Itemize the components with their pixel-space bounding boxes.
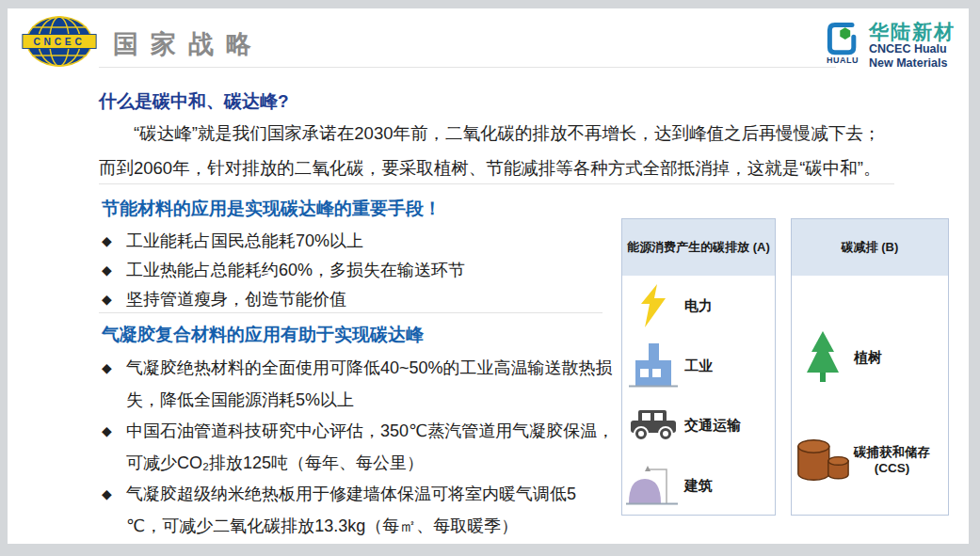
hualu-logo: HUALU 华陆新材 CNCEC Hualu New Materials	[823, 21, 956, 70]
diamond-bullet-icon: ◆	[102, 416, 119, 479]
bullet-text: 气凝胶绝热材料的全面使用可降低40~50%的工业高温输送散热损失，降低全国能源消…	[126, 353, 615, 416]
panel-a-body: 电力 工业	[622, 276, 775, 515]
bullet-text: 坚持管道瘦身，创造节能价值	[126, 285, 615, 314]
panel-b-body: 植树 碳捕获和储存 (CCS)	[792, 276, 948, 515]
list-item: ◆ 工业能耗占国民总能耗70%以上	[102, 227, 615, 256]
ccs-label-line2: (CCS)	[875, 460, 910, 476]
factory-icon	[622, 342, 684, 389]
bullet-list: ◆ 气凝胶绝热材料的全面使用可降低40~50%的工业高温输送散热损失，降低全国能…	[102, 353, 615, 542]
panel-a-title: 能源消费产生的碳排放 (A)	[622, 219, 775, 276]
hualu-logo-text: 华陆新材 CNCEC Hualu New Materials	[869, 21, 956, 70]
building-icon	[622, 462, 684, 507]
diamond-bullet-icon: ◆	[102, 479, 119, 542]
list-item: ◆ 中国石油管道科技研究中心评估，350℃蒸汽管道用气凝胶保温，可减少CO₂排放…	[102, 416, 615, 479]
carbon-panels: 能源消费产生的碳排放 (A) 电力	[621, 218, 949, 516]
panel-b-title: 碳减排 (B)	[792, 219, 948, 276]
lightning-icon	[622, 284, 684, 327]
cncec-logo-text: CNCEC	[33, 37, 85, 47]
list-item: 植树	[792, 310, 948, 404]
diamond-bullet-icon: ◆	[102, 353, 119, 416]
tree-icon	[792, 331, 854, 382]
slide: CNCEC 国家战略 HUALU 华陆新材 CNCEC Hualu New Ma…	[8, 8, 969, 544]
list-item: ◆ 坚持管道瘦身，创造节能价值	[102, 285, 615, 314]
list-item: 碳捕获和储存 (CCS)	[792, 413, 948, 507]
section-heading: 节能材料的应用是实现碳达峰的重要手段！	[102, 197, 615, 221]
bullet-text: 中国石油管道科技研究中心评估，350℃蒸汽管道用气凝胶保温，可减少CO₂排放12…	[126, 416, 615, 479]
section-energy-materials: 节能材料的应用是实现碳达峰的重要手段！ ◆ 工业能耗占国民总能耗70%以上 ◆ …	[102, 197, 615, 314]
intro-heading: 什么是碳中和、碳达峰?	[99, 89, 289, 114]
bullet-text: 工业能耗占国民总能耗70%以上	[126, 227, 615, 256]
list-item: 建筑	[622, 455, 775, 516]
panel-item-label: 植树	[854, 349, 882, 365]
section-divider	[99, 183, 894, 184]
bullet-text: 气凝胶超级纳米绝热板用于修建墙体保温可将室内暖气调低5 ℃，可减少二氧化碳排放1…	[126, 479, 615, 542]
diamond-bullet-icon: ◆	[102, 285, 119, 314]
list-item: ◆ 工业热能占总能耗约60%，多损失在输送环节	[102, 256, 615, 285]
header-divider	[99, 67, 836, 68]
storage-barrels-icon	[792, 437, 854, 484]
panel-emission-sources: 能源消费产生的碳排放 (A) 电力	[621, 218, 776, 516]
panel-item-label: 碳捕获和储存 (CCS)	[854, 444, 930, 476]
cncec-globe-logo-icon: CNCEC	[21, 14, 98, 72]
hualu-mark-text: HUALU	[827, 56, 859, 65]
diamond-bullet-icon: ◆	[102, 256, 119, 285]
bullet-text: 工业热能占总能耗约60%，多损失在输送环节	[126, 256, 615, 285]
diamond-bullet-icon: ◆	[102, 227, 119, 256]
bullet-list: ◆ 工业能耗占国民总能耗70%以上 ◆ 工业热能占总能耗约60%，多损失在输送环…	[102, 227, 615, 314]
car-icon	[622, 408, 684, 442]
panel-item-label: 电力	[684, 297, 713, 313]
section-heading: 气凝胶复合材料的应用有助于实现碳达峰	[102, 323, 615, 347]
hualu-name-cn: 华陆新材	[869, 21, 956, 42]
list-item: ◆ 气凝胶绝热材料的全面使用可降低40~50%的工业高温输送散热损失，降低全国能…	[102, 353, 615, 416]
panel-item-label: 工业	[684, 357, 713, 373]
list-item: 电力	[622, 276, 775, 336]
panel-carbon-reduction: 碳减排 (B) 植树	[791, 218, 949, 516]
page-title: 国家战略	[113, 27, 264, 61]
intro-paragraph: “碳达峰”就是我们国家承诺在2030年前，二氧化碳的排放不再增长，达到峰值之后再…	[99, 116, 894, 185]
slide-page: { "slide": { "deck_title": "国家战略", "cnce…	[0, 0, 980, 556]
panel-item-label: 交通运输	[684, 417, 741, 433]
list-item: 工业	[622, 336, 775, 396]
list-item: 交通运输	[622, 395, 775, 455]
hualu-mark-icon: HUALU	[823, 21, 862, 65]
panel-item-label: 建筑	[684, 477, 713, 493]
hualu-name-en-1: CNCEC Hualu	[869, 42, 956, 56]
hualu-name-en-2: New Materials	[869, 56, 956, 71]
list-item: ◆ 气凝胶超级纳米绝热板用于修建墙体保温可将室内暖气调低5 ℃，可减少二氧化碳排…	[102, 479, 615, 542]
section-aerogel-materials: 气凝胶复合材料的应用有助于实现碳达峰 ◆ 气凝胶绝热材料的全面使用可降低40~5…	[102, 323, 615, 542]
ccs-label-line1: 碳捕获和储存	[854, 444, 930, 460]
